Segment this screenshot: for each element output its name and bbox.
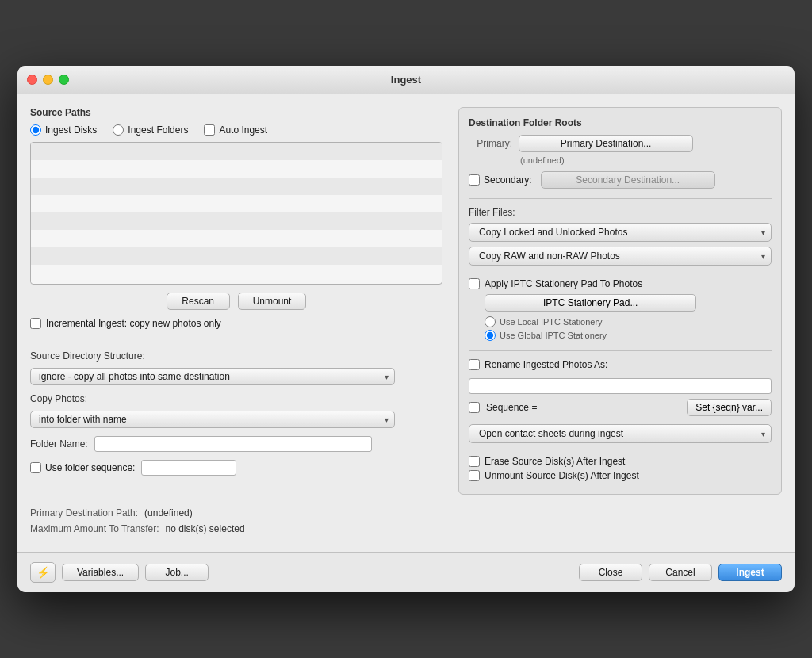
separator3 bbox=[469, 350, 772, 351]
use-folder-seq-label[interactable]: Use folder sequence: bbox=[30, 462, 135, 473]
primary-dest-path-label: Primary Destination Path: bbox=[30, 507, 138, 518]
maximize-window-button[interactable] bbox=[59, 75, 69, 85]
ingest-button[interactable]: Ingest bbox=[718, 564, 782, 581]
rename-checkbox[interactable] bbox=[469, 359, 480, 370]
contact-section: Open contact sheets during ingest bbox=[469, 424, 772, 448]
list-item bbox=[31, 230, 442, 247]
ingest-disks-radio-label[interactable]: Ingest Disks bbox=[30, 124, 97, 136]
unmount-source-label: Unmount Source Disk(s) After Ingest bbox=[485, 470, 639, 481]
close-button[interactable]: Close bbox=[579, 564, 642, 581]
copy-photos-select[interactable]: into folder with name bbox=[30, 411, 395, 428]
incremental-ingest-text: Incremental Ingest: copy new photos only bbox=[46, 318, 221, 329]
primary-dest-row: Primary: Primary Destination... bbox=[469, 135, 772, 152]
erase-source-checkbox[interactable] bbox=[469, 456, 480, 467]
global-iptc-radio-row: Use Global IPTC Stationery bbox=[485, 330, 772, 341]
sequence-checkbox[interactable] bbox=[469, 402, 480, 413]
unmount-source-row: Unmount Source Disk(s) After Ingest bbox=[469, 470, 772, 481]
folder-name-row: Folder Name: bbox=[30, 436, 442, 452]
folder-sequence-row: Use folder sequence: bbox=[30, 460, 442, 476]
bottom-buttons: ⚡ Variables... Job... Close Cancel Inges… bbox=[17, 552, 795, 592]
list-item bbox=[31, 212, 442, 230]
max-transfer-label: Maximum Amount To Transfer: bbox=[30, 523, 159, 534]
variables-button[interactable]: Variables... bbox=[62, 564, 139, 581]
secondary-label: Secondary: bbox=[484, 174, 532, 186]
right-panel: Destination Folder Roots Primary: Primar… bbox=[458, 107, 782, 539]
folder-seq-input[interactable] bbox=[141, 460, 236, 476]
filter-select2[interactable]: Copy RAW and non-RAW Photos bbox=[469, 247, 772, 266]
filter-section: Filter Files: Copy Locked and Unlocked P… bbox=[469, 207, 772, 270]
iptc-pad-button[interactable]: IPTC Stationery Pad... bbox=[485, 294, 696, 312]
dest-folder-roots-title: Destination Folder Roots bbox=[469, 117, 772, 128]
erase-section: Erase Source Disk(s) After Ingest Unmoun… bbox=[469, 456, 772, 481]
ingest-disks-radio[interactable] bbox=[30, 124, 41, 136]
primary-undefined-text: (undefined) bbox=[520, 155, 772, 165]
secondary-dest-button[interactable]: Secondary Destination... bbox=[541, 171, 715, 189]
apply-iptc-checkbox[interactable] bbox=[469, 278, 480, 289]
dialog-body: Source Paths Ingest Disks Ingest Folders… bbox=[17, 94, 795, 552]
ingest-folders-radio[interactable] bbox=[113, 124, 124, 136]
copy-photos-label: Copy Photos: bbox=[30, 393, 87, 404]
primary-dest-button[interactable]: Primary Destination... bbox=[519, 135, 693, 152]
erase-source-row: Erase Source Disk(s) After Ingest bbox=[469, 456, 772, 467]
contact-select[interactable]: Open contact sheets during ingest bbox=[469, 424, 772, 443]
lightning-button[interactable]: ⚡ bbox=[30, 562, 56, 583]
job-button[interactable]: Job... bbox=[145, 564, 209, 581]
global-iptc-radio[interactable] bbox=[485, 330, 496, 341]
secondary-checkbox-label[interactable]: Secondary: bbox=[469, 174, 532, 186]
unmount-source-checkbox[interactable] bbox=[469, 470, 480, 481]
auto-ingest-label[interactable]: Auto Ingest bbox=[204, 124, 267, 136]
cancel-button[interactable]: Cancel bbox=[649, 564, 712, 581]
incremental-ingest-checkbox[interactable] bbox=[30, 318, 41, 329]
unmount-button[interactable]: Unmount bbox=[238, 293, 307, 310]
sequence-label: Sequence = bbox=[486, 402, 537, 413]
list-item bbox=[31, 143, 442, 160]
source-dir-select[interactable]: ignore - copy all photos into same desti… bbox=[30, 368, 395, 385]
rename-input[interactable] bbox=[469, 378, 772, 394]
separator1 bbox=[30, 342, 442, 342]
filter-select-wrap1: Copy Locked and Unlocked Photos bbox=[469, 223, 772, 242]
rename-label: Rename Ingested Photos As: bbox=[485, 359, 607, 370]
auto-ingest-checkbox[interactable] bbox=[204, 124, 215, 136]
secondary-checkbox[interactable] bbox=[469, 174, 480, 186]
filter-select1[interactable]: Copy Locked and Unlocked Photos bbox=[469, 223, 772, 242]
ingest-folders-radio-label[interactable]: Ingest Folders bbox=[113, 124, 188, 136]
list-item bbox=[31, 178, 442, 195]
filter-files-label: Filter Files: bbox=[469, 207, 772, 218]
global-iptc-label: Use Global IPTC Stationery bbox=[500, 331, 607, 340]
rescan-button[interactable]: Rescan bbox=[167, 293, 230, 310]
incremental-ingest-label[interactable]: Incremental Ingest: copy new photos only bbox=[30, 318, 442, 329]
source-paths-title: Source Paths bbox=[30, 107, 442, 118]
set-seqn-button[interactable]: Set {seqn} var... bbox=[687, 399, 772, 416]
primary-dest-path-row: Primary Destination Path: (undefined) bbox=[30, 507, 442, 518]
folder-name-input[interactable] bbox=[94, 436, 372, 452]
titlebar: Ingest bbox=[17, 66, 795, 94]
list-item bbox=[31, 265, 442, 282]
use-folder-seq-checkbox[interactable] bbox=[30, 462, 41, 473]
local-iptc-radio[interactable] bbox=[485, 316, 496, 327]
contact-select-wrap: Open contact sheets during ingest bbox=[469, 424, 772, 443]
lightning-icon: ⚡ bbox=[36, 566, 50, 579]
separator2 bbox=[469, 198, 772, 199]
left-panel: Source Paths Ingest Disks Ingest Folders… bbox=[30, 107, 442, 539]
max-transfer-row: Maximum Amount To Transfer: no disk(s) s… bbox=[30, 523, 442, 534]
source-list[interactable] bbox=[30, 142, 442, 285]
disk-button-row: Rescan Unmount bbox=[30, 293, 442, 310]
use-folder-seq-text: Use folder sequence: bbox=[45, 462, 135, 473]
ingest-dialog: Ingest Source Paths Ingest Disks Ingest … bbox=[17, 66, 795, 592]
iptc-section: Apply IPTC Stationery Pad To Photos IPTC… bbox=[469, 278, 772, 341]
copy-photos-select-wrap: into folder with name bbox=[30, 411, 395, 428]
filter-select-wrap2: Copy RAW and non-RAW Photos bbox=[469, 247, 772, 266]
primary-dest-path-value: (undefined) bbox=[144, 507, 193, 518]
rename-check-row: Rename Ingested Photos As: bbox=[469, 359, 772, 370]
minimize-window-button[interactable] bbox=[43, 75, 53, 85]
folder-name-label: Folder Name: bbox=[30, 438, 88, 450]
apply-iptc-label: Apply IPTC Stationery Pad To Photos bbox=[485, 278, 642, 289]
ingest-folders-label: Ingest Folders bbox=[128, 124, 188, 136]
close-window-button[interactable] bbox=[27, 75, 37, 85]
source-type-radio-group: Ingest Disks Ingest Folders Auto Ingest bbox=[30, 124, 442, 136]
list-item bbox=[31, 195, 442, 212]
list-item bbox=[31, 160, 442, 178]
source-dir-label: Source Directory Structure: bbox=[30, 350, 145, 362]
local-iptc-radio-row: Use Local IPTC Stationery bbox=[485, 316, 772, 327]
window-title: Ingest bbox=[391, 74, 421, 86]
